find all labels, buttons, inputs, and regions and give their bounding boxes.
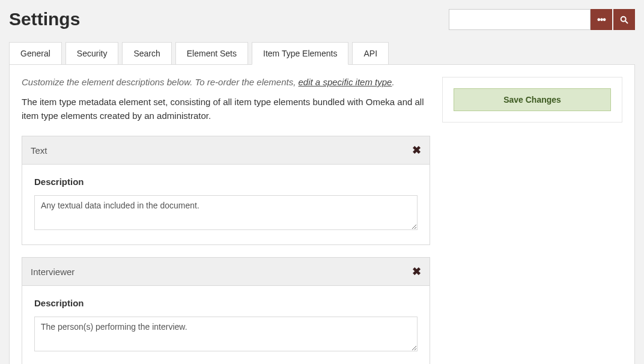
tabs: General Security Search Element Sets Ite…: [0, 30, 644, 65]
search-icon: [619, 15, 629, 25]
ellipsis-icon: •••: [597, 14, 606, 25]
description-label: Description: [34, 298, 418, 308]
close-icon[interactable]: ✖: [412, 265, 421, 278]
page-title: Settings: [9, 9, 80, 29]
element-block-text: Text ✖ Description: [22, 136, 430, 245]
description-label: Description: [34, 177, 418, 187]
tab-search[interactable]: Search: [122, 42, 171, 65]
intro-body: The item type metadata element set, cons…: [22, 96, 430, 123]
save-panel: Save Changes: [442, 77, 622, 123]
tab-element-sets[interactable]: Element Sets: [175, 42, 248, 65]
search-submit-button[interactable]: [613, 9, 635, 30]
element-block-interviewer: Interviewer ✖ Description: [22, 257, 430, 364]
element-title: Interviewer: [31, 267, 74, 277]
intro-lead-text: Customize the element descriptions below…: [22, 77, 299, 87]
intro-tail: .: [392, 77, 394, 87]
search-input[interactable]: [449, 9, 591, 30]
search-options-button[interactable]: •••: [591, 9, 612, 30]
description-textarea-text[interactable]: [34, 195, 418, 230]
close-icon[interactable]: ✖: [412, 144, 421, 157]
search-group: •••: [449, 9, 635, 30]
intro-lead: Customize the element descriptions below…: [22, 77, 430, 87]
tab-api[interactable]: API: [352, 42, 389, 65]
svg-line-1: [625, 21, 628, 23]
svg-point-0: [621, 16, 626, 21]
element-title: Text: [31, 145, 47, 156]
description-textarea-interviewer[interactable]: [34, 317, 418, 351]
edit-item-type-link[interactable]: edit a specific item type: [299, 77, 392, 87]
tab-general[interactable]: General: [9, 42, 62, 65]
save-changes-button[interactable]: Save Changes: [454, 88, 611, 111]
tab-security[interactable]: Security: [65, 42, 119, 65]
tab-item-type-elements[interactable]: Item Type Elements: [252, 42, 348, 65]
